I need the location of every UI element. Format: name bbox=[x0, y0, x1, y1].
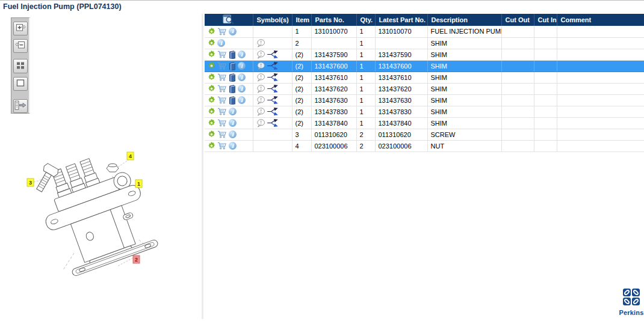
zoom-in-button[interactable] bbox=[13, 22, 28, 35]
info-icon[interactable] bbox=[238, 85, 246, 93]
info-icon[interactable] bbox=[229, 28, 237, 35]
cart-icon[interactable] bbox=[217, 96, 227, 104]
gear-icon[interactable] bbox=[208, 85, 215, 93]
nut-illustration bbox=[107, 164, 119, 172]
cart-icon[interactable] bbox=[217, 108, 227, 115]
header-latest-part-no: Latest Part No. bbox=[375, 14, 427, 26]
book-icon[interactable] bbox=[229, 73, 236, 82]
table-row[interactable]: 30113106202011310620SCREW bbox=[205, 129, 644, 140]
cell-latest-part-no: 131437600 bbox=[375, 60, 427, 72]
zoom-out-button[interactable] bbox=[13, 39, 28, 53]
callout-1[interactable]: 1 bbox=[135, 180, 142, 188]
table-row[interactable]: (2)1314376001131437600SHIM bbox=[205, 60, 644, 72]
book-icon[interactable] bbox=[229, 62, 236, 70]
balloon-icon bbox=[256, 96, 265, 105]
pane-divider bbox=[202, 14, 203, 319]
cart-icon[interactable] bbox=[217, 119, 227, 127]
table-row[interactable]: (2)1314375901131437590SHIM bbox=[205, 49, 644, 60]
gear-icon[interactable] bbox=[208, 50, 215, 58]
gear-icon[interactable] bbox=[208, 39, 215, 47]
info-icon[interactable] bbox=[217, 39, 225, 47]
table-row[interactable]: (2)1314378301131437830SHIM bbox=[205, 106, 644, 117]
cell-comment bbox=[557, 60, 644, 72]
toggle-panel-button[interactable] bbox=[13, 99, 28, 113]
cart-icon[interactable] bbox=[217, 142, 227, 150]
cell-symbols bbox=[253, 129, 292, 140]
gear-icon[interactable] bbox=[208, 73, 215, 81]
cell-description: NUT bbox=[427, 140, 501, 151]
cell-cut-in bbox=[534, 117, 557, 129]
cart-icon[interactable] bbox=[217, 73, 227, 81]
cell-symbols bbox=[253, 60, 292, 72]
header-cut-out: Cut Out bbox=[501, 14, 534, 26]
gear-icon[interactable] bbox=[208, 28, 215, 35]
book-icon[interactable] bbox=[229, 85, 236, 93]
cell-parts-no: 131437620 bbox=[311, 83, 356, 94]
gear-icon[interactable] bbox=[208, 142, 215, 150]
cart-icon[interactable] bbox=[217, 85, 227, 93]
cell-cut-out bbox=[501, 117, 534, 129]
table-row[interactable]: 11310100701131010070FUEL INJECTION PUMP bbox=[205, 26, 644, 37]
single-view-button[interactable] bbox=[13, 77, 28, 91]
table-row[interactable]: 40231000062023100006NUT bbox=[205, 140, 644, 151]
info-icon[interactable] bbox=[238, 62, 246, 70]
cell-item: (2) bbox=[292, 49, 311, 60]
cell-item: (2) bbox=[292, 94, 311, 106]
branch-icon bbox=[267, 119, 279, 127]
callout-2[interactable]: 2 bbox=[133, 255, 140, 263]
cart-icon[interactable] bbox=[217, 50, 227, 58]
gear-icon[interactable] bbox=[208, 119, 215, 127]
table-row[interactable]: (2)1314378401131437840SHIM bbox=[205, 117, 644, 129]
balloon-icon bbox=[256, 108, 265, 116]
cell-actions bbox=[205, 140, 253, 151]
gear-icon[interactable] bbox=[208, 108, 215, 115]
book-icon[interactable] bbox=[229, 96, 236, 105]
gear-icon[interactable] bbox=[208, 62, 215, 70]
info-icon[interactable] bbox=[229, 108, 237, 115]
cell-qty: 1 bbox=[356, 26, 375, 37]
gear-icon[interactable] bbox=[208, 130, 215, 138]
cell-latest-part-no: 131437620 bbox=[375, 83, 427, 94]
callout-4[interactable]: 4 bbox=[127, 152, 134, 160]
info-icon[interactable] bbox=[238, 73, 246, 81]
table-row[interactable]: 21SHIM bbox=[205, 37, 644, 49]
info-icon[interactable] bbox=[238, 50, 246, 58]
info-icon[interactable] bbox=[238, 96, 246, 104]
cart-icon[interactable] bbox=[217, 62, 227, 70]
callout-3[interactable]: 3 bbox=[27, 179, 34, 186]
header-description: Description bbox=[427, 14, 501, 26]
parts-table: Symbol(s)ItemParts No.Qty.Latest Part No… bbox=[205, 14, 644, 152]
balloon-icon bbox=[256, 50, 265, 59]
info-icon[interactable] bbox=[229, 142, 237, 150]
cell-cut-out bbox=[501, 106, 534, 117]
cell-cut-out bbox=[501, 72, 534, 83]
table-row[interactable]: (2)1314376101131437610SHIM bbox=[205, 72, 644, 83]
info-icon[interactable] bbox=[229, 119, 237, 127]
cell-parts-no: 131437590 bbox=[311, 49, 356, 60]
branch-icon bbox=[267, 50, 279, 58]
table-row[interactable]: (2)1314376201131437620SHIM bbox=[205, 83, 644, 94]
cell-item: 3 bbox=[292, 129, 311, 140]
cell-latest-part-no: 131437610 bbox=[375, 72, 427, 83]
tile-view-button[interactable] bbox=[13, 59, 28, 73]
cart-icon[interactable] bbox=[217, 28, 227, 35]
svg-text:3: 3 bbox=[29, 180, 32, 186]
cell-item: 1 bbox=[292, 26, 311, 37]
cell-qty: 1 bbox=[356, 37, 375, 49]
cell-latest-part-no: 131437830 bbox=[375, 106, 427, 117]
table-row[interactable]: (2)1314376301131437630SHIM bbox=[205, 94, 644, 106]
gear-icon[interactable] bbox=[208, 96, 215, 104]
book-icon[interactable] bbox=[229, 50, 236, 59]
cell-latest-part-no bbox=[375, 37, 427, 49]
pump-illustration bbox=[30, 150, 159, 279]
cell-qty: 1 bbox=[356, 49, 375, 60]
cell-comment bbox=[557, 26, 644, 37]
cell-comment bbox=[557, 129, 644, 140]
balloon-icon bbox=[256, 73, 265, 82]
cell-qty: 1 bbox=[356, 94, 375, 106]
cell-cut-in bbox=[534, 49, 557, 60]
cell-description: SHIM bbox=[427, 106, 501, 117]
header-qty: Qty. bbox=[356, 14, 375, 26]
cart-icon[interactable] bbox=[217, 130, 227, 138]
info-icon[interactable] bbox=[229, 130, 237, 138]
